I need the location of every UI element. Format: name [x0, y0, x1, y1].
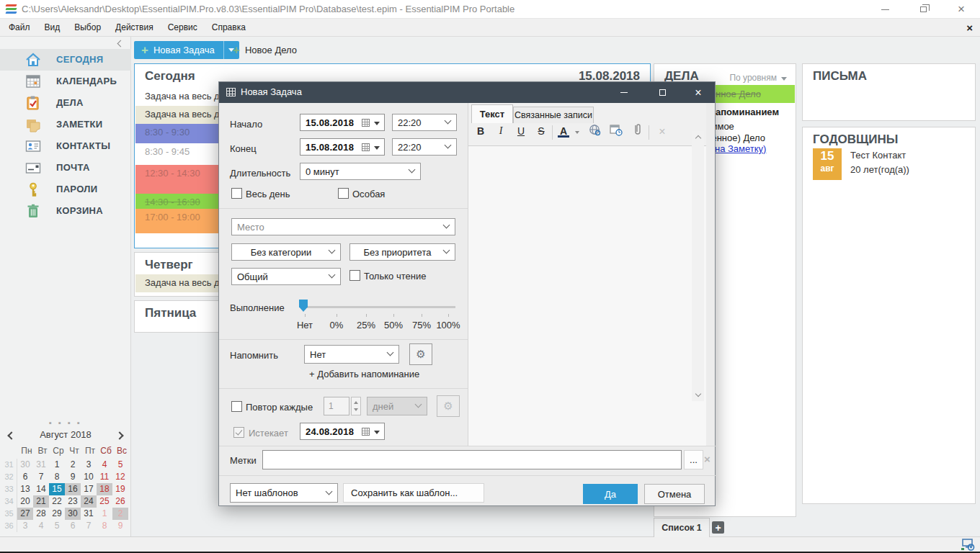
window-close-button[interactable]: × [945, 0, 978, 19]
calendar-day[interactable]: 16 [65, 483, 81, 495]
chevron-down-icon[interactable] [445, 142, 452, 149]
task-notes-textarea[interactable] [468, 145, 706, 446]
calendar-day[interactable]: 1 [97, 508, 112, 520]
calendar-day[interactable]: 15 [49, 483, 65, 495]
font-color-button[interactable]: A [558, 125, 569, 138]
reminder-settings-button[interactable]: ⚙ [409, 343, 432, 365]
templates-combo[interactable]: Нет шаблонов [230, 483, 338, 503]
sidebar-item-trash[interactable]: КОРЗИНА [0, 200, 131, 222]
dialog-close-button[interactable]: × [684, 82, 713, 103]
calendar-day[interactable]: 17 [81, 483, 97, 495]
chevron-down-icon[interactable] [329, 271, 336, 279]
calendar-day[interactable]: 7 [81, 520, 97, 532]
menu-item-6[interactable]: Справка [205, 19, 253, 35]
splitter-handle[interactable]: ▪ ▪ ▪ ▪ [0, 418, 131, 427]
ok-button[interactable]: Да [583, 484, 638, 504]
calendar-day[interactable]: 4 [33, 520, 49, 532]
sidebar-item-tasks[interactable]: ДЕЛА [0, 92, 131, 114]
strikethrough-button[interactable]: S [533, 125, 549, 137]
calendar-day[interactable]: 12 [112, 471, 128, 483]
close-database-icon[interactable]: × [966, 22, 973, 34]
save-template-button[interactable]: Сохранить как шаблон... [343, 483, 484, 503]
recurrence-unit-combo[interactable]: дней [367, 397, 427, 415]
calendar-day[interactable]: 9 [65, 471, 81, 483]
calendar-day[interactable]: 11 [97, 471, 112, 483]
tab-list-1[interactable]: Список 1 [654, 518, 710, 537]
sidebar-item-home[interactable]: СЕГОДНЯ [0, 49, 131, 71]
anniversary-contact[interactable]: Тест Контакт [850, 150, 906, 161]
calendar-day[interactable]: 3 [17, 520, 33, 532]
calendar-day[interactable]: 6 [17, 471, 33, 483]
calendar-day[interactable]: 27 [17, 508, 33, 520]
all-day-checkbox[interactable] [231, 188, 242, 199]
calendar-day[interactable]: 6 [65, 520, 81, 532]
delete-icon[interactable]: × [654, 125, 670, 138]
end-date-input[interactable]: 15.08.2018 [300, 138, 385, 156]
sidebar-item-calendar[interactable]: КАЛЕНДАРЬ [0, 71, 131, 92]
sidebar-item-mail[interactable]: ПОЧТА [0, 157, 131, 179]
calendar-day[interactable]: 5 [112, 459, 128, 471]
location-combo[interactable]: Место [231, 218, 455, 235]
menu-item-2[interactable]: Вид [37, 19, 68, 35]
chevron-down-icon[interactable] [443, 247, 450, 254]
new-todo-button[interactable]: + Новое Дело [233, 41, 297, 59]
sync-status-icon[interactable] [960, 539, 976, 551]
calendar-day[interactable]: 19 [112, 483, 128, 495]
menu-item-3[interactable]: Выбор [67, 19, 108, 35]
dialog-maximize-button[interactable] [648, 82, 677, 103]
category-combo[interactable]: Без категории [231, 243, 341, 261]
calendar-day[interactable]: 31 [33, 459, 49, 471]
chevron-down-icon[interactable] [387, 349, 394, 356]
chevron-down-icon[interactable] [443, 222, 450, 229]
calendar-day[interactable]: 24 [81, 495, 97, 508]
recurrence-checkbox[interactable] [231, 401, 242, 412]
menu-item-5[interactable]: Сервис [161, 19, 205, 35]
calendar-picker-icon[interactable] [362, 119, 370, 127]
completion-slider[interactable] [303, 306, 455, 308]
completion-slider-handle[interactable] [299, 300, 308, 312]
duration-combo[interactable]: 0 минут [300, 163, 421, 180]
underline-button[interactable]: U [513, 125, 529, 137]
calendar-day[interactable]: 7 [33, 471, 49, 483]
calendar-day[interactable]: 26 [112, 495, 128, 508]
recurrence-settings-button[interactable]: ⚙ [437, 395, 460, 417]
calendar-day[interactable]: 9 [112, 520, 128, 532]
calendar-day[interactable]: 28 [33, 508, 49, 520]
chevron-down-icon[interactable] [326, 487, 333, 495]
end-time-combo[interactable]: 22:20 [392, 138, 457, 156]
sidebar-collapse-icon[interactable] [117, 40, 125, 48]
tags-input[interactable] [262, 450, 682, 469]
start-date-input[interactable]: 15.08.2018 [300, 114, 385, 131]
scroll-up-icon[interactable] [692, 131, 704, 143]
chevron-down-icon[interactable] [374, 431, 380, 434]
chevron-down-icon[interactable] [409, 166, 416, 174]
recurrence-stepper[interactable] [351, 397, 361, 415]
read-only-checkbox[interactable] [349, 270, 360, 281]
calendar-day[interactable]: 31 [81, 508, 97, 520]
add-list-button[interactable]: + [712, 521, 724, 534]
sidebar-item-notes[interactable]: ЗАМЕТКИ [0, 114, 131, 135]
remind-combo[interactable]: Нет [304, 345, 399, 364]
calendar-day[interactable]: 5 [49, 520, 65, 532]
calendar-day[interactable]: 29 [49, 508, 65, 520]
chevron-down-icon[interactable] [329, 247, 336, 254]
calendar-day[interactable]: 30 [17, 459, 33, 471]
calendar-picker-icon[interactable] [362, 143, 370, 151]
calendar-day[interactable]: 22 [49, 495, 65, 508]
expires-date-input[interactable]: 24.08.2018 [300, 423, 385, 440]
new-task-button[interactable]: + Новая Задача [134, 41, 239, 59]
priority-combo[interactable]: Без приоритета [349, 243, 455, 261]
chevron-down-icon[interactable] [445, 117, 452, 125]
attach-file-icon[interactable] [630, 123, 646, 138]
calendar-picker-icon[interactable] [362, 428, 370, 436]
italic-button[interactable]: I [493, 125, 509, 137]
calendar-day[interactable]: 23 [65, 495, 81, 508]
calendar-day[interactable]: 14 [33, 483, 49, 495]
calendar-day[interactable]: 10 [81, 471, 97, 483]
chevron-down-icon[interactable] [575, 131, 579, 134]
calendar-day[interactable]: 20 [17, 495, 33, 508]
calendar-day[interactable]: 25 [97, 495, 112, 508]
recurrence-interval-input[interactable]: 1 [324, 397, 349, 415]
menu-item-1[interactable]: Файл [1, 19, 37, 35]
bold-button[interactable]: B [473, 125, 489, 137]
